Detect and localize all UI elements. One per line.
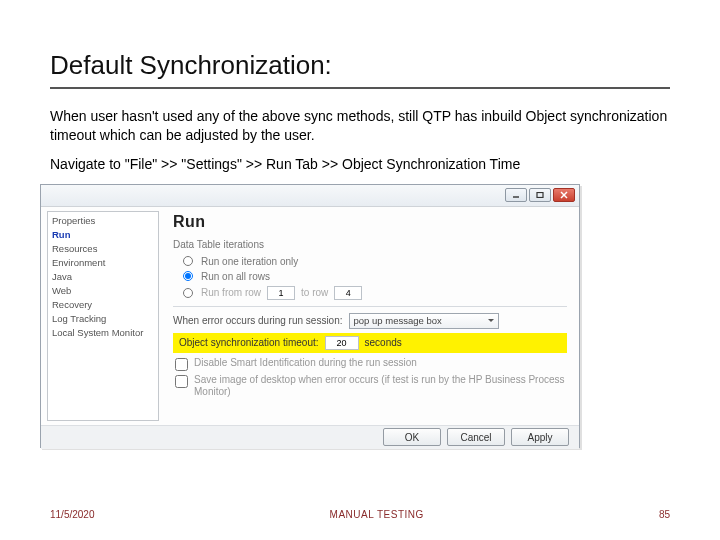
close-button[interactable]	[553, 188, 575, 202]
sync-timeout-unit: seconds	[365, 337, 402, 348]
settings-sidebar: Properties Run Resources Environment Jav…	[47, 211, 159, 421]
sidebar-item-log-tracking[interactable]: Log Tracking	[52, 312, 154, 326]
footer-date: 11/5/2020	[50, 509, 95, 520]
disable-smart-id-label: Disable Smart Identification during the …	[194, 357, 417, 369]
radio-all-rows-input[interactable]	[183, 271, 193, 281]
save-image-label: Save image of desktop when error occurs …	[194, 374, 567, 398]
footer-center: MANUAL TESTING	[95, 509, 659, 520]
radio-from-row-input[interactable]	[183, 288, 193, 298]
error-label: When error occurs during run session:	[173, 315, 343, 326]
radio-one-iteration-input[interactable]	[183, 256, 193, 266]
cancel-button[interactable]: Cancel	[447, 428, 505, 446]
error-action-dropdown[interactable]: pop up message box	[349, 313, 499, 329]
footer-page: 85	[659, 509, 670, 520]
separator	[173, 306, 567, 307]
sidebar-item-local-system-monitor[interactable]: Local System Monitor	[52, 326, 154, 340]
body-line-1: When user hasn't used any of the above s…	[50, 107, 670, 145]
sidebar-item-run[interactable]: Run	[52, 228, 154, 242]
svg-rect-1	[537, 193, 543, 198]
radio-one-iteration[interactable]: Run one iteration only	[173, 256, 567, 267]
titlebar	[41, 185, 579, 207]
radio-all-rows[interactable]: Run on all rows	[173, 271, 567, 282]
sync-timeout-label: Object synchronization timeout:	[179, 337, 319, 348]
slide-footer: 11/5/2020 MANUAL TESTING 85	[50, 509, 670, 520]
radio-one-iteration-label: Run one iteration only	[201, 256, 298, 267]
sidebar-item-recovery[interactable]: Recovery	[52, 298, 154, 312]
sync-timeout-row: Object synchronization timeout: seconds	[173, 333, 567, 353]
dialog-button-bar: OK Cancel Apply	[41, 425, 579, 449]
sidebar-item-environment[interactable]: Environment	[52, 256, 154, 270]
maximize-button[interactable]	[529, 188, 551, 202]
panel-heading: Run	[173, 213, 567, 231]
disable-smart-id-checkbox[interactable]	[175, 358, 188, 371]
ok-button[interactable]: OK	[383, 428, 441, 446]
sync-timeout-input[interactable]	[325, 336, 359, 350]
dialog-screenshot: Properties Run Resources Environment Jav…	[40, 184, 580, 454]
iterations-group-label: Data Table iterations	[173, 239, 567, 250]
title-underline	[50, 87, 670, 89]
save-image-row[interactable]: Save image of desktop when error occurs …	[175, 374, 567, 398]
sidebar-item-resources[interactable]: Resources	[52, 242, 154, 256]
from-row-input[interactable]	[267, 286, 295, 300]
sidebar-item-web[interactable]: Web	[52, 284, 154, 298]
apply-button[interactable]: Apply	[511, 428, 569, 446]
minimize-button[interactable]	[505, 188, 527, 202]
radio-all-rows-label: Run on all rows	[201, 271, 270, 282]
body-line-2: Navigate to "File" >> "Settings" >> Run …	[50, 155, 670, 174]
radio-from-row-label: Run from row	[201, 287, 261, 298]
radio-from-row[interactable]: Run from row to row	[173, 286, 567, 300]
slide-title: Default Synchronization:	[50, 50, 670, 81]
save-image-checkbox[interactable]	[175, 375, 188, 388]
error-action-value: pop up message box	[354, 315, 442, 326]
sidebar-item-properties[interactable]: Properties	[52, 214, 154, 228]
sidebar-item-java[interactable]: Java	[52, 270, 154, 284]
disable-smart-id-row[interactable]: Disable Smart Identification during the …	[175, 357, 567, 371]
to-row-input[interactable]	[334, 286, 362, 300]
to-row-label: to row	[301, 287, 328, 298]
